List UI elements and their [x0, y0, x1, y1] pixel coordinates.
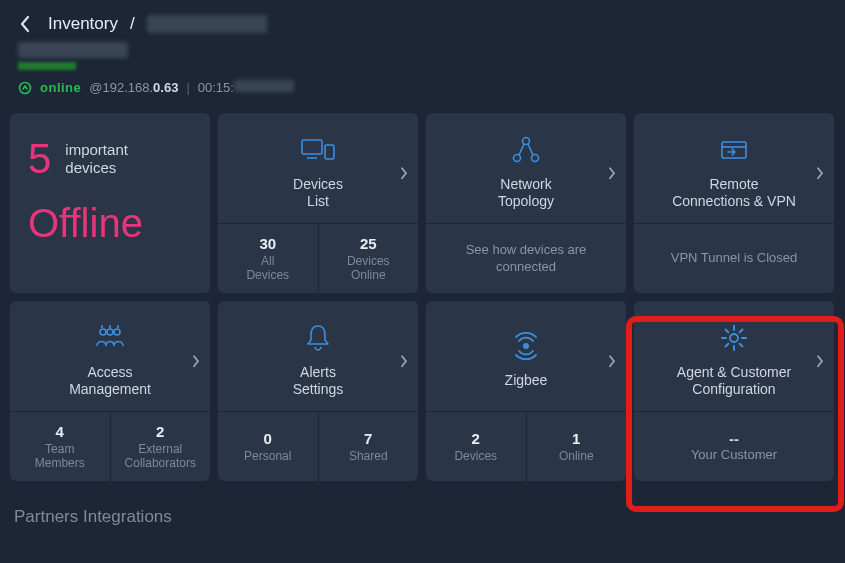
card-title: Network Topology: [498, 176, 554, 211]
status-row: online @192.168.0.63 | 00:15:: [18, 80, 827, 95]
offline-label: important devices: [65, 141, 128, 177]
stat-devices-online: 25 DevicesOnline: [318, 224, 419, 293]
stat-all-devices: 30 AllDevices: [218, 224, 318, 293]
breadcrumb-root[interactable]: Inventory: [48, 14, 118, 34]
offline-status-text: Offline: [28, 201, 192, 246]
chevron-right-icon[interactable]: [400, 166, 408, 184]
chevron-left-icon: [19, 15, 31, 33]
svg-line-8: [528, 144, 533, 155]
online-icon: [18, 81, 32, 95]
zigbee-icon: [510, 330, 542, 362]
card-title: Agent & Customer Configuration: [677, 364, 791, 399]
stat-zigbee-devices: 2 Devices: [426, 412, 526, 481]
bell-icon: [305, 322, 331, 354]
topology-icon: [511, 134, 541, 166]
status-label: online: [40, 80, 81, 95]
vpn-status: VPN Tunnel is Closed: [671, 250, 797, 267]
partners-integrations-heading: Partners Integrations: [0, 489, 845, 535]
access-icon: [93, 322, 127, 354]
svg-point-13: [107, 329, 113, 335]
chevron-right-icon[interactable]: [608, 354, 616, 372]
customer-label: Your Customer: [691, 447, 777, 464]
access-management-card[interactable]: Access Management 4 TeamMembers 2 Extern…: [10, 301, 210, 481]
card-title: Devices List: [293, 176, 343, 211]
svg-rect-1: [302, 140, 322, 154]
chevron-right-icon[interactable]: [608, 166, 616, 184]
mac-address: 00:15:: [198, 80, 294, 95]
svg-point-14: [523, 343, 529, 349]
ip-address: @192.168.0.63: [89, 80, 178, 95]
customer-value: --: [729, 430, 739, 447]
svg-rect-2: [325, 145, 334, 159]
chevron-right-icon[interactable]: [400, 354, 408, 372]
device-name-redacted: [18, 42, 128, 58]
breadcrumb-current-redacted: [147, 15, 267, 33]
remote-icon: [718, 134, 750, 166]
devices-list-card[interactable]: Devices List 30 AllDevices 25 DevicesOnl…: [218, 113, 418, 293]
signal-bar: [18, 62, 76, 70]
stat-shared: 7 Shared: [318, 412, 419, 481]
svg-point-0: [20, 82, 31, 93]
svg-point-15: [730, 334, 738, 342]
network-topology-card[interactable]: Network Topology See how devices areconn…: [426, 113, 626, 293]
svg-line-7: [519, 144, 524, 155]
svg-point-6: [532, 154, 539, 161]
svg-point-12: [114, 329, 120, 335]
chevron-right-icon[interactable]: [816, 166, 824, 184]
card-title: Zigbee: [505, 372, 548, 390]
remote-connections-card[interactable]: Remote Connections & VPN VPN Tunnel is C…: [634, 113, 834, 293]
mac-redacted: [234, 80, 294, 92]
breadcrumb: Inventory /: [14, 14, 827, 34]
stat-team-members: 4 TeamMembers: [10, 412, 110, 481]
stat-personal: 0 Personal: [218, 412, 318, 481]
topology-subtitle: See how devices areconnected: [466, 242, 587, 276]
agent-customer-config-card[interactable]: Agent & Customer Configuration -- Your C…: [634, 301, 834, 481]
stat-zigbee-online: 1 Online: [526, 412, 627, 481]
svg-point-5: [514, 154, 521, 161]
devices-icon: [301, 134, 335, 166]
offline-devices-card[interactable]: 5 important devices Offline: [10, 113, 210, 293]
stat-external-collaborators: 2 ExternalCollaborators: [110, 412, 211, 481]
offline-count: 5: [28, 135, 51, 183]
chevron-right-icon[interactable]: [192, 354, 200, 372]
card-title: Remote Connections & VPN: [672, 176, 796, 211]
chevron-right-icon[interactable]: [816, 354, 824, 372]
alerts-settings-card[interactable]: Alerts Settings 0 Personal 7 Shared: [218, 301, 418, 481]
gear-icon: [719, 322, 749, 354]
zigbee-card[interactable]: Zigbee 2 Devices 1 Online: [426, 301, 626, 481]
card-title: Alerts Settings: [293, 364, 344, 399]
device-name-row: [18, 42, 827, 58]
card-title: Access Management: [69, 364, 151, 399]
page-header: Inventory / online @192.168.0.63 | 00:15…: [0, 0, 845, 105]
svg-point-4: [523, 137, 530, 144]
back-button[interactable]: [14, 15, 36, 33]
breadcrumb-separator: /: [130, 14, 135, 34]
card-grid: 5 important devices Offline Devices List…: [0, 105, 845, 489]
svg-point-11: [100, 329, 106, 335]
separator: |: [186, 80, 189, 95]
